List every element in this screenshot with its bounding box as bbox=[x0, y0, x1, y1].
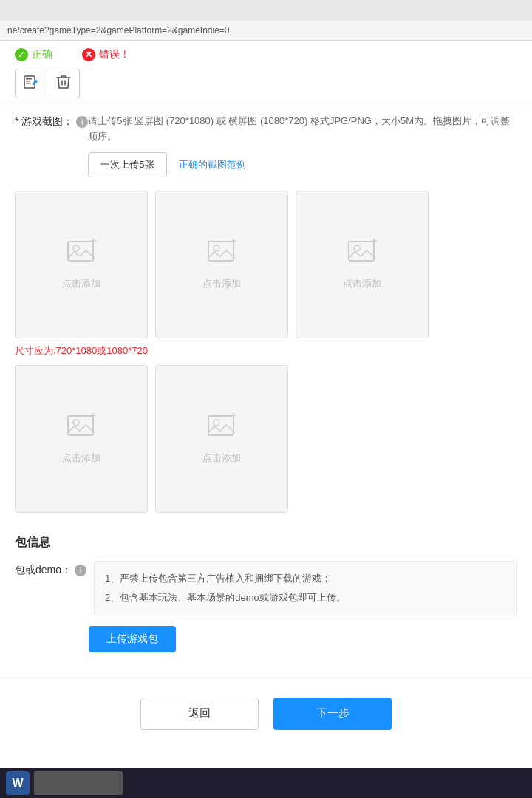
add-text-4: 点击添加 bbox=[62, 451, 100, 465]
screenshot-label: * 游戏截图： i bbox=[15, 114, 88, 129]
svg-point-14 bbox=[73, 420, 79, 426]
word-taskbar-icon[interactable]: W bbox=[6, 771, 30, 795]
screenshot-section: * 游戏截图： i 请上传5张 竖屏图 (532*798) 或 横屏图 (10… bbox=[0, 106, 532, 520]
upload-package-label: 上传游戏包 bbox=[106, 632, 158, 646]
image-slot-1[interactable]: + 点击添加 bbox=[15, 191, 148, 338]
image-slot-3[interactable]: + 点击添加 bbox=[296, 191, 429, 338]
edit-icon bbox=[23, 74, 39, 94]
image-slot-2[interactable]: + 点击添加 bbox=[155, 191, 288, 338]
back-button[interactable]: 返回 bbox=[140, 698, 259, 730]
svg-text:+: + bbox=[231, 239, 236, 247]
status-ok: ✓ 正确 bbox=[15, 48, 52, 61]
edit-button[interactable] bbox=[15, 69, 47, 98]
svg-rect-10 bbox=[349, 242, 374, 261]
svg-rect-13 bbox=[68, 416, 93, 435]
package-section: 包信息 包或demo： i 1、严禁上传包含第三方广告植入和捆绑下载的游戏； 2… bbox=[0, 528, 532, 660]
svg-text:+: + bbox=[90, 413, 96, 421]
example-link[interactable]: 正确的截图范例 bbox=[179, 158, 246, 171]
ok-label: 正确 bbox=[32, 48, 52, 61]
image-slot-4[interactable]: + 点击添加 bbox=[15, 365, 148, 513]
screenshot-field-content: 请上传5张 竖屏图 (532*798) 或 横屏图 (798*532) 格式… bbox=[88, 114, 517, 182]
word-icon-label: W bbox=[12, 777, 23, 790]
screenshot-field-row: * 游戏截图： i 请上传5张 竖屏图 (532*798) 或 横屏图 (10… bbox=[15, 114, 517, 182]
svg-point-5 bbox=[73, 245, 79, 251]
svg-text:+: + bbox=[231, 413, 236, 421]
svg-rect-2 bbox=[26, 81, 30, 82]
err-icon: ✕ bbox=[82, 48, 95, 61]
svg-rect-3 bbox=[26, 83, 31, 84]
image-grid-row-2: + 点击添加 + 点击添加 bbox=[15, 365, 517, 513]
add-text-3: 点击添加 bbox=[343, 277, 381, 290]
url-bar: ne/create?gameType=2&gamePlatform=2&game… bbox=[0, 21, 532, 41]
upload-5-button[interactable]: 一次上传5张 bbox=[88, 152, 166, 177]
upload-row: 一次上传5张 正确的截图范例 bbox=[88, 152, 517, 177]
svg-rect-7 bbox=[208, 242, 233, 261]
svg-rect-4 bbox=[68, 242, 93, 261]
svg-rect-0 bbox=[24, 76, 35, 88]
bottom-actions: 返回 下一步 bbox=[0, 675, 532, 760]
size-hint: 尺寸应为:720*1080或1080*720 bbox=[15, 344, 517, 358]
screenshot-info-icon[interactable]: i bbox=[76, 116, 88, 128]
add-text-2: 点击添加 bbox=[202, 277, 241, 290]
screenshot-label-text: * 游戏截图： bbox=[15, 115, 73, 129]
package-title: 包信息 bbox=[15, 535, 517, 550]
image-icon-5: + bbox=[207, 413, 236, 446]
delete-button[interactable] bbox=[47, 69, 80, 98]
image-icon-2: + bbox=[207, 239, 236, 271]
package-note1: 1、严禁上传包含第三方广告植入和捆绑下载的游戏； bbox=[105, 569, 506, 588]
next-button[interactable]: 下一步 bbox=[273, 698, 392, 730]
package-notes: 1、严禁上传包含第三方广告植入和捆绑下载的游戏； 2、包含基本玩法、基本场景的d… bbox=[94, 561, 517, 615]
image-icon-1: + bbox=[66, 239, 96, 271]
add-text-5: 点击添加 bbox=[202, 451, 241, 465]
svg-point-8 bbox=[214, 245, 219, 251]
image-icon-4: + bbox=[66, 413, 96, 446]
back-label: 返回 bbox=[188, 706, 211, 719]
upload-5-label: 一次上传5张 bbox=[100, 158, 154, 171]
delete-icon bbox=[56, 74, 71, 94]
package-label: 包或demo： i bbox=[15, 561, 86, 577]
toolbar bbox=[15, 69, 517, 98]
svg-text:+: + bbox=[90, 239, 96, 247]
package-label-text: 包或demo： bbox=[15, 564, 72, 577]
image-grid-row-1: + 点击添加 + 点击添加 bbox=[15, 191, 517, 338]
screenshot-hint: 请上传5张 竖屏图 (532*798) 或 横屏图 (798*532) 格式… bbox=[88, 114, 517, 145]
example-link-text: 正确的截图范例 bbox=[179, 159, 246, 170]
package-info-icon[interactable]: i bbox=[75, 565, 86, 576]
svg-text:+: + bbox=[371, 239, 377, 247]
package-field-row: 包或demo： i 1、严禁上传包含第三方广告植入和捆绑下载的游戏； 2、包含基… bbox=[15, 561, 517, 615]
image-icon-3: + bbox=[347, 239, 377, 271]
add-text-1: 点击添加 bbox=[62, 277, 100, 290]
url-text: ne/create?gameType=2&gamePlatform=2&game… bbox=[7, 25, 230, 35]
top-bar bbox=[0, 0, 532, 21]
taskbar-thumbnail bbox=[34, 771, 123, 795]
err-label: 错误！ bbox=[99, 48, 130, 61]
svg-rect-16 bbox=[208, 416, 233, 435]
ok-icon: ✓ bbox=[15, 48, 28, 61]
package-note2: 2、包含基本玩法、基本场景的demo或游戏包即可上传。 bbox=[105, 588, 506, 607]
svg-point-11 bbox=[354, 245, 360, 251]
next-label: 下一步 bbox=[316, 706, 349, 719]
image-slot-5[interactable]: + 点击添加 bbox=[155, 365, 288, 513]
taskbar: W bbox=[0, 768, 532, 798]
status-row: ✓ 正确 ✕ 错误！ bbox=[0, 41, 532, 69]
upload-package-button[interactable]: 上传游戏包 bbox=[89, 626, 176, 652]
svg-point-17 bbox=[214, 420, 219, 426]
status-err: ✕ 错误！ bbox=[82, 48, 130, 61]
svg-rect-1 bbox=[26, 78, 32, 80]
